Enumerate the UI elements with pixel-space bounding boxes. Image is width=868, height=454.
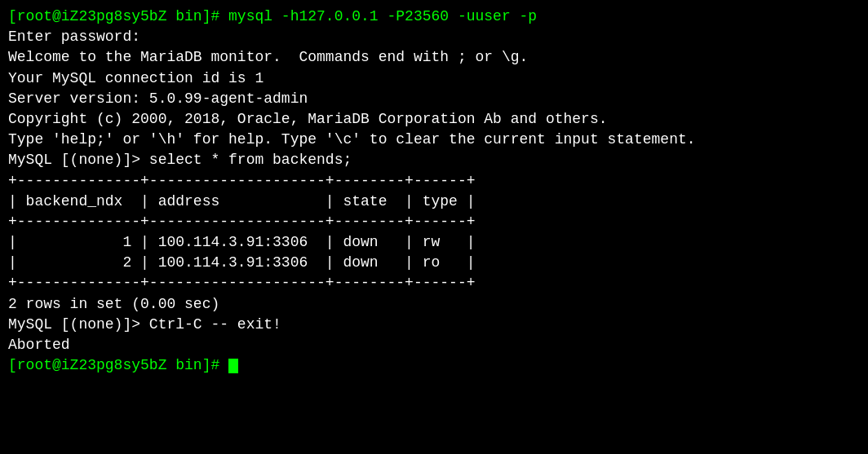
terminal-line: Enter password: bbox=[8, 27, 860, 47]
terminal-line: | backend_ndx | address | state | type | bbox=[8, 192, 860, 212]
terminal-line: Type 'help;' or '\h' for help. Type '\c'… bbox=[8, 130, 860, 150]
terminal-line: MySQL [(none)]> Ctrl-C -- exit! bbox=[8, 315, 860, 335]
terminal-line: +--------------+--------------------+---… bbox=[8, 171, 860, 192]
terminal-line: Welcome to the MariaDB monitor. Commands… bbox=[8, 47, 860, 68]
terminal-line: +--------------+--------------------+---… bbox=[8, 212, 860, 232]
terminal-line: Aborted bbox=[8, 335, 860, 355]
terminal-line: [root@iZ23pg8sy5bZ bin]# bbox=[8, 355, 860, 376]
terminal-line: | 2 | 100.114.3.91:3306 | down | ro | bbox=[8, 253, 860, 273]
terminal-line: Copyright (c) 2000, 2018, Oracle, MariaD… bbox=[8, 109, 860, 130]
terminal-line: 2 rows in set (0.00 sec) bbox=[8, 294, 860, 315]
terminal-cursor bbox=[228, 359, 238, 373]
terminal-line: MySQL [(none)]> select * from backends; bbox=[8, 150, 860, 170]
terminal-line: | 1 | 100.114.3.91:3306 | down | rw | bbox=[8, 232, 860, 253]
terminal-line: +--------------+--------------------+---… bbox=[8, 273, 860, 293]
terminal-line: Server version: 5.0.99-agent-admin bbox=[8, 89, 860, 109]
terminal-window[interactable]: [root@iZ23pg8sy5bZ bin]# mysql -h127.0.0… bbox=[0, 0, 868, 454]
terminal-line: Your MySQL connection id is 1 bbox=[8, 68, 860, 89]
terminal-line: [root@iZ23pg8sy5bZ bin]# mysql -h127.0.0… bbox=[8, 7, 860, 27]
